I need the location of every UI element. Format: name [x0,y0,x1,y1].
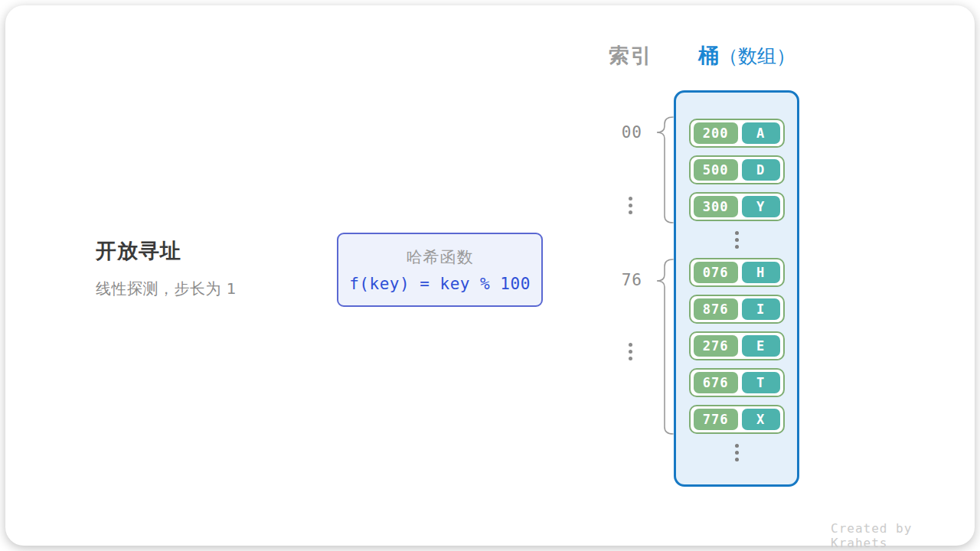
pair-value: X [742,409,780,430]
pair-value: H [742,262,780,283]
pair-value: A [742,122,780,144]
pair-key: 676 [694,372,738,393]
pair-key: 776 [694,409,738,430]
bucket-column-header: 桶（数组） [698,42,795,70]
pair-key: 076 [694,262,738,283]
key-value-pair: 200 A [689,119,785,148]
brace-group-00 [657,117,673,223]
pair-key: 500 [694,159,738,181]
page-title: 开放寻址 [96,237,181,265]
key-value-pair: 276 E [689,331,785,360]
index-label-76: 76 [612,271,642,289]
index-ellipsis-icon [629,195,632,215]
watermark: Created by Krahets [831,521,975,550]
pair-key: 300 [694,196,738,217]
key-value-pair: 876 I [689,295,785,324]
pair-key: 276 [694,335,738,357]
pair-key: 200 [694,122,738,144]
bucket-label-suffix: （数组） [719,45,795,67]
hash-function-formula: f(key) = key % 100 [349,275,531,293]
pair-value: I [742,298,780,320]
bucket-array-container: 200 A 500 D 300 Y 076 H 876 I 276 E 676 … [674,90,799,487]
bucket-items: 200 A 500 D 300 Y 076 H 876 I 276 E 676 … [690,119,783,463]
hash-box-title: 哈希函数 [407,246,474,268]
pair-value: T [742,372,780,393]
index-column-header: 索引 [609,42,653,70]
key-value-pair: 776 X [689,405,785,434]
pair-value: E [742,335,780,357]
index-label-00: 00 [612,123,642,142]
bucket-ellipsis-icon [735,442,739,463]
pair-value: Y [742,196,780,217]
bucket-ellipsis-icon [735,229,739,250]
pair-key: 876 [694,298,738,320]
key-value-pair: 500 D [689,155,785,184]
key-value-pair: 676 T [689,368,785,397]
page-subtitle: 线性探测，步长为 1 [96,279,237,299]
brace-group-76 [657,259,673,434]
pair-value: D [742,159,780,181]
key-value-pair: 300 Y [689,192,785,221]
hash-function-box: 哈希函数 f(key) = key % 100 [337,233,543,307]
figure-card: 开放寻址 线性探测，步长为 1 哈希函数 f(key) = key % 100 … [5,5,975,546]
bucket-label: 桶 [698,44,719,67]
key-value-pair: 076 H [689,258,785,287]
index-ellipsis-icon [629,341,632,361]
